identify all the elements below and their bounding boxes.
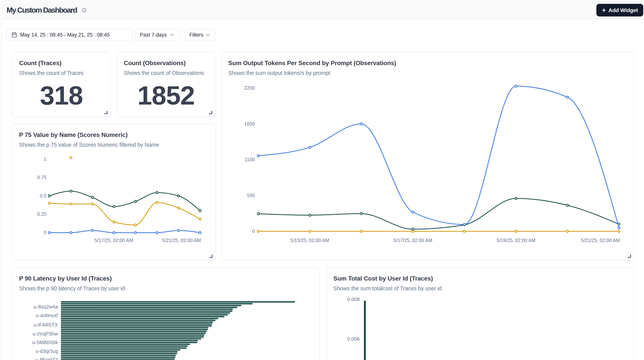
svg-text:5/19/25, 02:00 AM: 5/19/25, 02:00 AM xyxy=(497,238,536,243)
svg-text:u-8fVa9T3: u-8fVa9T3 xyxy=(35,357,58,360)
svg-text:u-tFAR5TX: u-tFAR5TX xyxy=(33,322,58,328)
svg-text:0.006: 0.006 xyxy=(347,336,360,342)
svg-text:5/21/25, 02:00 AM: 5/21/25, 02:00 AM xyxy=(162,238,201,243)
svg-text:1650: 1650 xyxy=(244,121,255,126)
svg-text:u-8sq2w4a: u-8sq2w4a xyxy=(34,304,58,310)
svg-text:0.008: 0.008 xyxy=(347,296,360,302)
svg-text:0.25: 0.25 xyxy=(37,211,46,217)
svg-text:5/15/25, 02:00 AM: 5/15/25, 02:00 AM xyxy=(290,238,329,243)
svg-text:2200: 2200 xyxy=(244,85,255,91)
svg-text:550: 550 xyxy=(247,193,255,198)
svg-text:0.5: 0.5 xyxy=(40,193,46,198)
svg-text:u-zVqP3hw: u-zVqP3hw xyxy=(32,331,58,337)
svg-text:0: 0 xyxy=(252,228,255,234)
svg-text:u-5M8D56k: u-5M8D56k xyxy=(32,339,58,345)
svg-text:5/17/25, 02:00 AM: 5/17/25, 02:00 AM xyxy=(94,238,133,243)
svg-text:1100: 1100 xyxy=(244,157,255,162)
svg-text:1: 1 xyxy=(44,156,46,162)
svg-text:0: 0 xyxy=(44,230,46,235)
svg-text:5/17/25, 02:00 AM: 5/17/25, 02:00 AM xyxy=(394,238,432,243)
svg-text:u-d3qr5cg: u-d3qr5cg xyxy=(36,348,58,354)
svg-text:5/21/25, 02:00 AM: 5/21/25, 02:00 AM xyxy=(581,238,620,243)
svg-text:u-aobnuxf: u-aobnuxf xyxy=(36,312,58,318)
svg-text:0.75: 0.75 xyxy=(37,175,46,180)
